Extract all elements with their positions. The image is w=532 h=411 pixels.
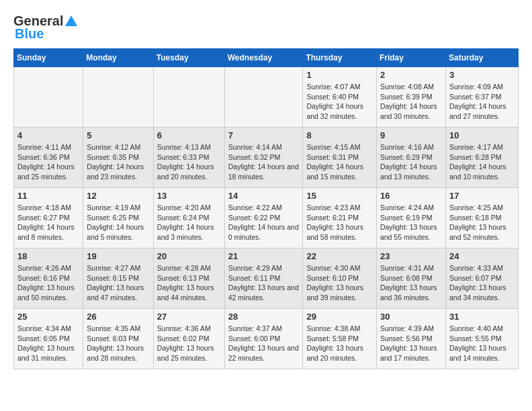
page-header: General Blue <box>13 13 519 42</box>
day-number: 2 <box>380 70 442 80</box>
calendar-cell <box>224 67 303 128</box>
calendar-cell: 11Sunrise: 4:18 AM Sunset: 6:27 PM Dayli… <box>14 188 83 248</box>
calendar-cell: 4Sunrise: 4:11 AM Sunset: 6:36 PM Daylig… <box>14 128 83 188</box>
header-saturday: Saturday <box>445 49 518 67</box>
day-number: 28 <box>228 312 300 322</box>
day-number: 16 <box>380 191 442 201</box>
day-info: Sunrise: 4:26 AM Sunset: 6:16 PM Dayligh… <box>17 263 79 303</box>
day-info: Sunrise: 4:15 AM Sunset: 6:31 PM Dayligh… <box>306 142 373 182</box>
day-info: Sunrise: 4:33 AM Sunset: 6:07 PM Dayligh… <box>449 263 515 303</box>
calendar-table: SundayMondayTuesdayWednesdayThursdayFrid… <box>13 48 519 369</box>
day-number: 29 <box>306 312 373 322</box>
day-number: 1 <box>306 70 373 80</box>
day-info: Sunrise: 4:30 AM Sunset: 6:10 PM Dayligh… <box>306 263 373 303</box>
calendar-cell: 18Sunrise: 4:26 AM Sunset: 6:16 PM Dayli… <box>14 248 83 309</box>
day-info: Sunrise: 4:09 AM Sunset: 6:37 PM Dayligh… <box>449 82 515 122</box>
header-monday: Monday <box>83 49 153 67</box>
day-info: Sunrise: 4:07 AM Sunset: 6:40 PM Dayligh… <box>306 82 373 122</box>
day-number: 12 <box>87 191 149 201</box>
day-number: 9 <box>380 130 442 140</box>
day-number: 18 <box>17 251 79 261</box>
day-number: 13 <box>157 191 221 201</box>
calendar-cell: 23Sunrise: 4:31 AM Sunset: 6:08 PM Dayli… <box>376 248 445 309</box>
logo: General Blue <box>13 13 79 42</box>
calendar-cell: 24Sunrise: 4:33 AM Sunset: 6:07 PM Dayli… <box>445 248 518 309</box>
calendar-cell: 26Sunrise: 4:35 AM Sunset: 6:03 PM Dayli… <box>83 309 153 369</box>
calendar-cell: 15Sunrise: 4:23 AM Sunset: 6:21 PM Dayli… <box>303 188 377 248</box>
day-info: Sunrise: 4:08 AM Sunset: 6:39 PM Dayligh… <box>380 82 442 122</box>
day-info: Sunrise: 4:12 AM Sunset: 6:35 PM Dayligh… <box>87 142 149 182</box>
logo-blue: Blue <box>15 26 44 42</box>
logo-icon <box>64 14 79 29</box>
day-info: Sunrise: 4:18 AM Sunset: 6:27 PM Dayligh… <box>17 203 79 242</box>
day-info: Sunrise: 4:40 AM Sunset: 5:55 PM Dayligh… <box>449 324 515 363</box>
calendar-cell: 19Sunrise: 4:27 AM Sunset: 6:15 PM Dayli… <box>83 248 153 309</box>
day-info: Sunrise: 4:31 AM Sunset: 6:08 PM Dayligh… <box>380 263 442 303</box>
day-number: 5 <box>87 130 149 140</box>
calendar-cell: 3Sunrise: 4:09 AM Sunset: 6:37 PM Daylig… <box>445 67 518 128</box>
day-number: 31 <box>449 312 515 322</box>
calendar-cell: 30Sunrise: 4:39 AM Sunset: 5:56 PM Dayli… <box>376 309 445 369</box>
day-number: 14 <box>228 191 300 201</box>
day-number: 27 <box>157 312 221 322</box>
day-info: Sunrise: 4:36 AM Sunset: 6:02 PM Dayligh… <box>157 324 221 363</box>
day-number: 30 <box>380 312 442 322</box>
day-info: Sunrise: 4:11 AM Sunset: 6:36 PM Dayligh… <box>17 142 79 182</box>
day-number: 25 <box>17 312 79 322</box>
calendar-cell: 2Sunrise: 4:08 AM Sunset: 6:39 PM Daylig… <box>376 67 445 128</box>
calendar-cell: 29Sunrise: 4:38 AM Sunset: 5:58 PM Dayli… <box>303 309 377 369</box>
day-number: 3 <box>449 70 515 80</box>
header-wednesday: Wednesday <box>224 49 303 67</box>
day-number: 10 <box>449 130 515 140</box>
calendar-cell: 14Sunrise: 4:22 AM Sunset: 6:22 PM Dayli… <box>224 188 303 248</box>
day-info: Sunrise: 4:17 AM Sunset: 6:28 PM Dayligh… <box>449 142 515 182</box>
day-info: Sunrise: 4:19 AM Sunset: 6:25 PM Dayligh… <box>87 203 149 242</box>
day-info: Sunrise: 4:24 AM Sunset: 6:19 PM Dayligh… <box>380 203 442 242</box>
calendar-cell: 5Sunrise: 4:12 AM Sunset: 6:35 PM Daylig… <box>83 128 153 188</box>
calendar-cell: 31Sunrise: 4:40 AM Sunset: 5:55 PM Dayli… <box>445 309 518 369</box>
calendar-cell: 6Sunrise: 4:13 AM Sunset: 6:33 PM Daylig… <box>153 128 224 188</box>
header-tuesday: Tuesday <box>153 49 224 67</box>
day-number: 6 <box>157 130 221 140</box>
calendar-cell: 1Sunrise: 4:07 AM Sunset: 6:40 PM Daylig… <box>303 67 377 128</box>
day-info: Sunrise: 4:37 AM Sunset: 6:00 PM Dayligh… <box>228 324 300 363</box>
day-number: 15 <box>306 191 373 201</box>
calendar-cell: 27Sunrise: 4:36 AM Sunset: 6:02 PM Dayli… <box>153 309 224 369</box>
day-number: 21 <box>228 251 300 261</box>
day-info: Sunrise: 4:13 AM Sunset: 6:33 PM Dayligh… <box>157 142 221 182</box>
day-info: Sunrise: 4:23 AM Sunset: 6:21 PM Dayligh… <box>306 203 373 242</box>
day-info: Sunrise: 4:27 AM Sunset: 6:15 PM Dayligh… <box>87 263 149 303</box>
calendar-cell: 20Sunrise: 4:28 AM Sunset: 6:13 PM Dayli… <box>153 248 224 309</box>
day-info: Sunrise: 4:20 AM Sunset: 6:24 PM Dayligh… <box>157 203 221 242</box>
day-info: Sunrise: 4:34 AM Sunset: 6:05 PM Dayligh… <box>17 324 79 363</box>
week-row-3: 11Sunrise: 4:18 AM Sunset: 6:27 PM Dayli… <box>14 188 519 248</box>
day-info: Sunrise: 4:16 AM Sunset: 6:29 PM Dayligh… <box>380 142 442 182</box>
day-number: 11 <box>17 191 79 201</box>
day-number: 7 <box>228 130 300 140</box>
day-number: 22 <box>306 251 373 261</box>
header-sunday: Sunday <box>14 49 83 67</box>
calendar-cell: 22Sunrise: 4:30 AM Sunset: 6:10 PM Dayli… <box>303 248 377 309</box>
calendar-cell <box>153 67 224 128</box>
week-row-2: 4Sunrise: 4:11 AM Sunset: 6:36 PM Daylig… <box>14 128 519 188</box>
day-info: Sunrise: 4:28 AM Sunset: 6:13 PM Dayligh… <box>157 263 221 303</box>
calendar-cell <box>14 67 83 128</box>
day-number: 19 <box>87 251 149 261</box>
header-thursday: Thursday <box>303 49 377 67</box>
calendar-cell: 28Sunrise: 4:37 AM Sunset: 6:00 PM Dayli… <box>224 309 303 369</box>
day-info: Sunrise: 4:38 AM Sunset: 5:58 PM Dayligh… <box>306 324 373 363</box>
day-number: 17 <box>449 191 515 201</box>
calendar-cell <box>83 67 153 128</box>
day-info: Sunrise: 4:35 AM Sunset: 6:03 PM Dayligh… <box>87 324 149 363</box>
calendar-cell: 13Sunrise: 4:20 AM Sunset: 6:24 PM Dayli… <box>153 188 224 248</box>
calendar-cell: 25Sunrise: 4:34 AM Sunset: 6:05 PM Dayli… <box>14 309 83 369</box>
calendar-cell: 21Sunrise: 4:29 AM Sunset: 6:11 PM Dayli… <box>224 248 303 309</box>
calendar-cell: 16Sunrise: 4:24 AM Sunset: 6:19 PM Dayli… <box>376 188 445 248</box>
day-number: 24 <box>449 251 515 261</box>
calendar-cell: 12Sunrise: 4:19 AM Sunset: 6:25 PM Dayli… <box>83 188 153 248</box>
day-info: Sunrise: 4:39 AM Sunset: 5:56 PM Dayligh… <box>380 324 442 363</box>
calendar-cell: 9Sunrise: 4:16 AM Sunset: 6:29 PM Daylig… <box>376 128 445 188</box>
week-row-1: 1Sunrise: 4:07 AM Sunset: 6:40 PM Daylig… <box>14 67 519 128</box>
day-number: 23 <box>380 251 442 261</box>
calendar-header-row: SundayMondayTuesdayWednesdayThursdayFrid… <box>14 49 519 67</box>
